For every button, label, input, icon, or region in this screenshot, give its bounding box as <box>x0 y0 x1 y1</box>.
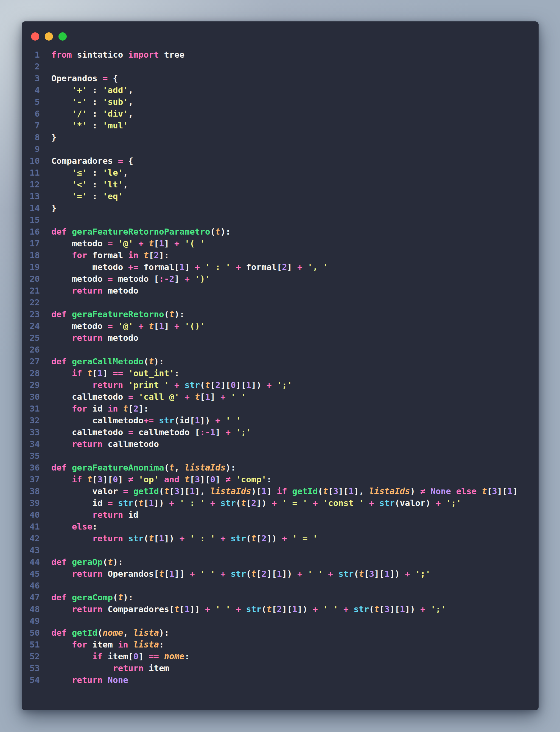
code-token <box>123 533 128 543</box>
line-number: 32 <box>22 414 40 426</box>
line-number: 10 <box>22 155 40 167</box>
code-token: : <box>87 109 103 119</box>
code-token: [ <box>154 533 159 543</box>
code-line: 13 '=' : 'eq' <box>22 190 539 202</box>
code-token: ][ <box>200 474 210 484</box>
code-token <box>51 250 72 260</box>
code-token: lista <box>133 639 159 649</box>
line-number: 45 <box>22 568 40 580</box>
code-token: '/' <box>72 109 87 119</box>
code-token: + <box>226 427 231 437</box>
code-token <box>82 368 87 378</box>
code-token: item[ <box>103 651 133 661</box>
code-text: '*' : 'mul' <box>40 120 128 131</box>
code-token: str <box>128 533 144 543</box>
code-token: ]) <box>267 533 282 543</box>
code-token: 'comp' <box>236 474 267 484</box>
code-token: ] <box>210 392 220 402</box>
code-line: 6 '/' : 'div', <box>22 108 539 120</box>
code-token: (valor) <box>395 498 436 508</box>
code-token: 3 <box>174 486 180 496</box>
code-token: t <box>164 486 169 496</box>
code-token: 1 <box>169 569 174 579</box>
code-token <box>138 250 144 260</box>
code-text <box>40 450 51 462</box>
code-token: 2 <box>154 250 159 260</box>
code-token: = <box>108 274 113 284</box>
code-token: '<' <box>72 180 87 189</box>
code-token: [ <box>272 604 277 614</box>
code-token: ][ <box>180 486 190 496</box>
code-token: id <box>87 403 108 413</box>
code-token: ): <box>159 628 169 638</box>
code-token: def <box>51 309 67 319</box>
close-button[interactable] <box>31 32 39 41</box>
code-line: 7 '*' : 'mul' <box>22 120 539 131</box>
code-token: 1 <box>205 392 210 402</box>
code-token: ): <box>154 357 164 366</box>
code-line: 11 '≤' : 'le', <box>22 167 539 179</box>
line-number: 38 <box>22 485 40 497</box>
code-line: 49 <box>22 615 539 627</box>
code-token <box>231 262 236 272</box>
code-line: 19 metodo += formal[1] + ' : ' + formal[… <box>22 261 539 273</box>
code-token <box>180 474 185 484</box>
line-number: 33 <box>22 426 40 438</box>
code-text: return None <box>40 674 128 686</box>
code-line: 42 return str(t[1]) + ' : ' + str(t[2]) … <box>22 532 539 544</box>
code-text: def geraFeatureRetorno(t): <box>40 309 184 320</box>
code-token: getId <box>133 486 159 496</box>
line-number: 53 <box>22 662 40 674</box>
code-line: 29 return 'print ' + str(t[2][0][1]) + '… <box>22 379 539 391</box>
code-token: t <box>144 250 149 260</box>
code-token: : <box>87 191 103 201</box>
line-number: 16 <box>22 226 40 238</box>
code-token: ]) <box>297 604 313 614</box>
code-token: 3 <box>369 569 374 579</box>
line-number: 35 <box>22 450 40 462</box>
code-line: 1from sintatico import tree <box>22 49 539 61</box>
code-token <box>477 486 482 496</box>
code-token <box>287 486 292 496</box>
code-token: ≠ <box>226 474 231 484</box>
code-token <box>67 227 72 237</box>
code-token: return <box>72 286 103 296</box>
code-text: } <box>40 131 57 143</box>
code-text <box>40 143 51 155</box>
code-token <box>154 415 159 425</box>
code-token <box>190 392 195 402</box>
line-number: 40 <box>22 509 40 521</box>
code-token: 'le' <box>103 168 123 178</box>
code-text: def geraFeatureRetornoParametro(t): <box>40 226 231 238</box>
code-token: item <box>144 663 169 673</box>
code-token: for <box>72 639 87 649</box>
maximize-button[interactable] <box>58 32 67 41</box>
code-token: ]) <box>251 380 267 390</box>
code-token: 1 <box>195 415 200 425</box>
code-line: 21 return metodo <box>22 285 539 297</box>
code-token <box>180 380 185 390</box>
code-token <box>123 380 128 390</box>
code-token: , <box>174 462 184 472</box>
code-text: '+' : 'add', <box>40 84 133 96</box>
code-token: [ <box>164 569 169 579</box>
code-token: metodo <box>51 239 108 248</box>
code-text: return item <box>40 662 169 674</box>
code-token <box>159 651 164 661</box>
code-token: ]) <box>256 498 272 508</box>
code-token <box>144 239 149 248</box>
code-window: 1from sintatico import tree23Operandos =… <box>22 21 539 710</box>
code-token: [ <box>92 368 97 378</box>
code-token: + <box>174 380 180 390</box>
code-token: + <box>313 604 318 614</box>
code-token <box>287 533 292 543</box>
minimize-button[interactable] <box>45 32 53 41</box>
code-token: ] <box>138 651 149 661</box>
code-token <box>169 380 174 390</box>
code-token: 2 <box>215 380 220 390</box>
code-token: t <box>174 604 180 614</box>
line-number: 52 <box>22 650 40 662</box>
code-token: + <box>343 604 349 614</box>
code-token: and <box>164 474 180 484</box>
code-token <box>67 592 72 602</box>
